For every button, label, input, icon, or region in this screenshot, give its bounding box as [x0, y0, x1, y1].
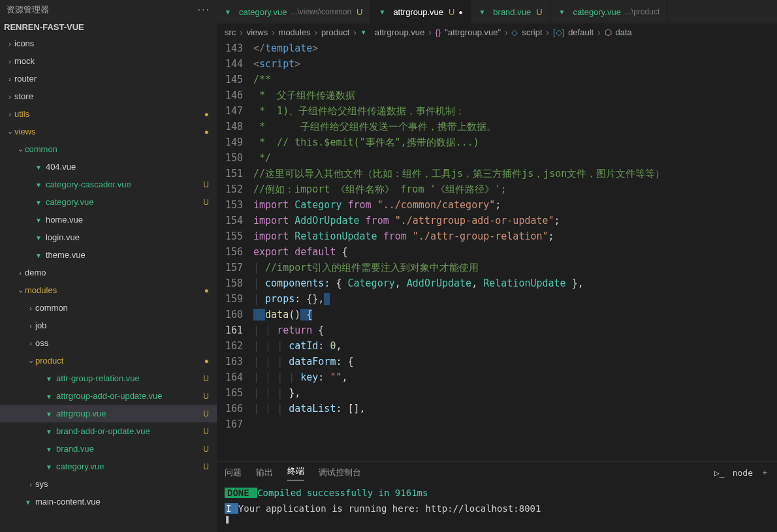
done-badge: DONE [225, 488, 257, 498]
tree-item[interactable]: ⌄views● [0, 123, 217, 140]
file-label: modules [25, 285, 57, 295]
terminal-shell-icon[interactable]: ▷_ [714, 468, 725, 478]
file-label: job [35, 321, 46, 330]
breadcrumb-item[interactable]: views [247, 27, 268, 37]
tab-label: brand.vue [493, 7, 531, 17]
tree-item[interactable]: ⌄modules● [0, 281, 217, 299]
chevron-icon: › [5, 75, 14, 83]
chevron-icon: ⌄ [16, 286, 25, 294]
vue-file-icon [35, 163, 42, 172]
terminal-tab[interactable]: 终端 [287, 465, 304, 480]
tab-sublabel: ...\product [625, 7, 659, 16]
tree-item[interactable]: main-content.vue [0, 493, 217, 510]
tree-item[interactable]: 404.vue [0, 158, 217, 176]
method-symbol-icon: ⬡ [605, 27, 612, 37]
braces-icon: {} [436, 27, 441, 37]
file-label: views [14, 127, 36, 136]
vue-file-icon [35, 180, 42, 189]
file-label: mock [14, 56, 35, 66]
project-name[interactable]: RENREN-FAST-VUE [0, 20, 217, 35]
file-label: product [35, 356, 63, 366]
editor-tab[interactable]: category.vue...\product [551, 0, 669, 23]
file-label: brand.vue [56, 444, 94, 454]
tree-item[interactable]: home.vue [0, 211, 217, 228]
chevron-icon: ⌄ [26, 356, 35, 365]
tree-item[interactable]: login.vue [0, 228, 217, 246]
terminal-tab[interactable]: 输出 [256, 467, 273, 478]
tree-item[interactable]: brand-add-or-update.vueU [0, 422, 217, 440]
file-label: attrgroup-add-or-update.vue [56, 391, 163, 401]
modified-dot-icon: ● [204, 127, 209, 136]
terminal-body[interactable]: DONE Compiled successfully in 9161ms I Y… [217, 484, 777, 532]
tree-item[interactable]: ⌄common [0, 140, 217, 158]
code-editor[interactable]: 1431441451461471481491501511521531541551… [217, 40, 777, 461]
terminal-tab[interactable]: 调试控制台 [319, 467, 361, 478]
editor-tab[interactable]: attrgroup.vueU● [371, 0, 471, 23]
terminal-tabs: 问题输出终端调试控制台▷_node＋ [217, 462, 777, 484]
explorer-title: 资源管理器 [7, 4, 49, 16]
editor-tab[interactable]: brand.vueU [471, 0, 550, 23]
explorer-sidebar: 资源管理器 ··· RENREN-FAST-VUE ›icons›mock›ro… [0, 0, 217, 532]
code-content[interactable]: </template><script>/** * 父子组件传递数据 * 1)、子… [253, 40, 777, 461]
tree-item[interactable]: ›mock [0, 52, 217, 70]
vue-file-icon [25, 497, 31, 507]
file-label: icons [14, 39, 34, 48]
new-terminal-icon[interactable]: ＋ [761, 467, 769, 478]
vue-file-icon [46, 409, 52, 418]
tree-item[interactable]: ›oss [0, 334, 217, 352]
git-status-badge: U [203, 392, 209, 401]
editor-tabs: category.vue...\views\commonUattrgroup.v… [217, 0, 777, 23]
breadcrumb-item[interactable]: modules [279, 27, 311, 37]
tree-item[interactable]: ›icons [0, 35, 217, 52]
file-label: theme.vue [46, 250, 86, 260]
file-label: router [14, 74, 37, 84]
terminal-tab[interactable]: 问题 [225, 467, 242, 478]
breadcrumb-item[interactable]: "attrgroup.vue" [445, 27, 501, 37]
editor-tab[interactable]: category.vue...\views\commonU [217, 0, 371, 23]
file-label: attr-group-relation.vue [56, 373, 140, 383]
vue-file-icon [35, 215, 42, 225]
tree-item[interactable]: attrgroup-add-or-update.vueU [0, 387, 217, 405]
tree-item[interactable]: brand.vueU [0, 440, 217, 458]
chevron-icon: › [26, 322, 35, 330]
main-area: category.vue...\views\commonUattrgroup.v… [217, 0, 777, 532]
vue-file-icon [479, 8, 485, 16]
script-symbol-icon: ◇ [511, 27, 518, 37]
breadcrumb-item[interactable]: data [616, 27, 632, 37]
chevron-icon: ⌄ [5, 127, 14, 136]
file-label: brand-add-or-update.vue [56, 426, 150, 436]
tree-item[interactable]: category-cascader.vueU [0, 176, 217, 193]
tree-item[interactable]: attr-group-relation.vueU [0, 369, 217, 387]
vue-file-icon [46, 445, 52, 454]
breadcrumb-item[interactable]: default [568, 27, 594, 37]
tab-label: category.vue [239, 7, 287, 17]
git-status-badge: U [449, 7, 454, 17]
compile-message: Compiled successfully in 9161ms [257, 488, 428, 498]
tree-item[interactable]: theme.vue [0, 246, 217, 264]
file-tree: ›icons›mock›router›store›utils●⌄views●⌄c… [0, 35, 217, 532]
file-label: category.vue [56, 462, 104, 471]
more-icon[interactable]: ··· [198, 4, 210, 16]
tree-item[interactable]: ›sys [0, 475, 217, 493]
tree-item[interactable]: attrgroup.vueU [0, 405, 217, 422]
tree-item[interactable]: ›common [0, 299, 217, 317]
breadcrumb-item[interactable]: src [225, 27, 236, 37]
terminal-shell-label[interactable]: node [733, 468, 753, 478]
breadcrumb-item[interactable]: script [522, 27, 542, 37]
tree-item[interactable]: ›router [0, 70, 217, 87]
file-label: store [14, 91, 33, 101]
breadcrumb-item[interactable]: attrgroup.vue [375, 27, 425, 37]
tree-item[interactable]: ›demo [0, 264, 217, 281]
tree-item[interactable]: category.vueU [0, 193, 217, 211]
tree-item[interactable]: ›store [0, 87, 217, 105]
modified-dot-icon: ● [204, 286, 209, 295]
tree-item[interactable]: category.vueU [0, 458, 217, 475]
breadcrumb-item[interactable]: product [321, 27, 349, 37]
prompt-bracket: ❚ [225, 514, 769, 524]
breadcrumb[interactable]: src›views›modules›product›attrgroup.vue›… [217, 23, 777, 40]
tree-item[interactable]: ›utils● [0, 105, 217, 123]
git-status-badge: U [203, 180, 209, 189]
tree-item[interactable]: ⌄product● [0, 352, 217, 369]
file-label: home.vue [46, 215, 83, 225]
tree-item[interactable]: ›job [0, 317, 217, 334]
